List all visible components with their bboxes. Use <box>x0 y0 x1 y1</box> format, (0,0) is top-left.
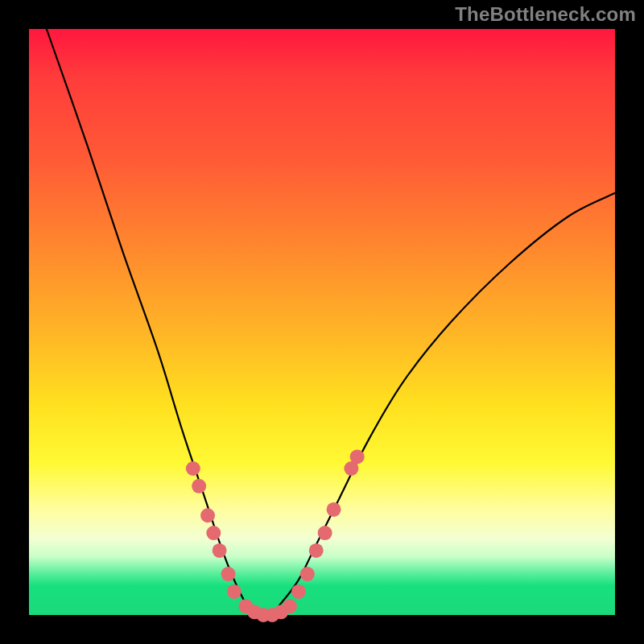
watermark-text: TheBottleneck.com <box>455 3 636 26</box>
data-marker <box>200 508 215 522</box>
bottleneck-curve <box>47 29 615 617</box>
data-marker <box>327 502 341 517</box>
data-marker <box>318 526 332 540</box>
data-marker <box>186 461 200 476</box>
plot-area <box>29 29 615 615</box>
data-marker <box>227 584 242 599</box>
data-marker <box>309 543 324 558</box>
data-marker <box>283 599 297 613</box>
data-marker <box>221 567 236 581</box>
data-marker <box>291 584 306 599</box>
chart-svg <box>29 29 615 615</box>
chart-frame: TheBottleneck.com <box>0 0 644 644</box>
data-marker <box>206 526 221 540</box>
data-marker <box>300 567 315 581</box>
data-markers <box>186 449 365 622</box>
data-marker <box>213 543 227 558</box>
data-marker <box>192 479 206 493</box>
data-marker <box>350 449 365 464</box>
